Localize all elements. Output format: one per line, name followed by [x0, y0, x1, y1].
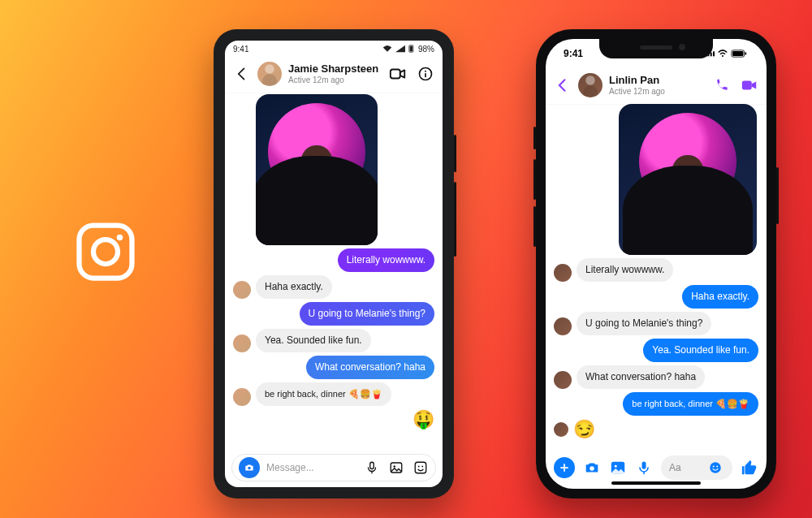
chat-body[interactable]: Literally wowwww. Haha exactly. U going …	[546, 104, 767, 448]
more-actions-button[interactable]	[554, 457, 575, 478]
like-button[interactable]	[741, 459, 758, 477]
contact-avatar[interactable]	[578, 73, 603, 97]
android-status-bar: 9:41 98%	[225, 41, 443, 57]
svg-rect-13	[415, 462, 426, 473]
info-button[interactable]	[417, 65, 434, 83]
contact-info[interactable]: Jamie Sharpsteen Active 12m ago	[288, 63, 382, 84]
iphone-frame: 9:41 Linlin Pan Active 12m ago	[536, 29, 776, 499]
sent-message[interactable]: Yea. Sounded like fun.	[643, 339, 758, 362]
status-time: 9:41	[564, 48, 583, 59]
svg-point-12	[394, 465, 395, 467]
svg-rect-11	[391, 463, 402, 473]
sender-avatar-icon	[554, 264, 572, 282]
composer-field[interactable]: Aa	[661, 455, 732, 480]
sent-photo-message[interactable]	[619, 104, 757, 255]
status-time: 9:41	[233, 45, 248, 54]
contact-avatar[interactable]	[257, 62, 282, 86]
mic-button[interactable]	[635, 459, 653, 477]
home-indicator[interactable]	[611, 481, 701, 485]
back-button[interactable]	[233, 65, 251, 83]
svg-rect-19	[713, 51, 715, 56]
gallery-button[interactable]	[388, 460, 404, 476]
gallery-button[interactable]	[609, 459, 627, 477]
contact-active-status: Active 12m ago	[288, 76, 382, 84]
cell-signal-icon	[395, 45, 405, 53]
svg-rect-5	[391, 70, 400, 79]
received-message[interactable]: Haha exactly.	[256, 275, 332, 299]
svg-rect-0	[80, 226, 132, 278]
svg-point-15	[421, 466, 423, 468]
emoji-button[interactable]	[706, 459, 724, 477]
svg-point-27	[615, 465, 617, 468]
android-power-button	[454, 135, 456, 172]
received-message[interactable]: Yea. Sounded like fun.	[256, 329, 371, 352]
iphone-screen: 9:41 Linlin Pan Active 12m ago	[546, 39, 767, 489]
back-button[interactable]	[554, 76, 572, 94]
battery-percent: 98%	[418, 45, 434, 54]
promo-stage: 9:41 98% Jamie Sharpsteen Active 12m ago	[0, 0, 812, 518]
svg-point-30	[713, 466, 715, 468]
android-screen: 9:41 98% Jamie Sharpsteen Active 12m ago	[225, 41, 443, 487]
composer-field[interactable]: Message...	[231, 454, 436, 481]
composer-placeholder: Message...	[266, 462, 357, 473]
svg-rect-22	[732, 51, 743, 56]
camera-button[interactable]	[583, 459, 601, 477]
iphone-notch	[599, 39, 713, 58]
received-message[interactable]: U going to Melanie's thing?	[577, 312, 711, 335]
android-phone-frame: 9:41 98% Jamie Sharpsteen Active 12m ago	[214, 29, 454, 499]
wifi-icon	[382, 45, 392, 53]
chat-header: Linlin Pan Active 12m ago	[546, 68, 767, 105]
message-composer: Message...	[225, 448, 443, 487]
svg-point-31	[716, 466, 718, 468]
chat-header: Jamie Sharpsteen Active 12m ago	[225, 57, 443, 93]
sent-message[interactable]: U going to Melanie's thing?	[300, 302, 434, 326]
svg-point-25	[590, 466, 594, 471]
sender-avatar-icon	[233, 281, 251, 299]
svg-point-1	[93, 240, 118, 264]
received-message[interactable]: be right back, dinner 🍕🍔🍟	[256, 382, 391, 406]
chat-body[interactable]: Literally wowwww. Haha exactly. U going …	[225, 94, 443, 448]
iphone-mute-switch	[533, 127, 536, 149]
svg-point-14	[418, 466, 420, 468]
svg-point-29	[710, 462, 721, 473]
battery-icon	[731, 50, 749, 58]
svg-rect-28	[642, 462, 646, 469]
svg-point-2	[117, 235, 123, 241]
instagram-logo-icon	[73, 219, 138, 284]
svg-rect-4	[410, 46, 412, 52]
sent-message[interactable]: What conversation? haha	[306, 356, 434, 379]
reactor-avatar-icon	[554, 422, 568, 437]
sender-avatar-icon	[233, 388, 251, 406]
iphone-side-button	[776, 167, 779, 224]
svg-point-20	[722, 55, 723, 57]
video-call-button[interactable]	[741, 76, 758, 94]
received-message[interactable]: Literally wowwww.	[577, 258, 673, 282]
iphone-volume-down	[533, 206, 536, 247]
contact-name: Linlin Pan	[609, 75, 706, 86]
contact-name: Jamie Sharpsteen	[288, 63, 382, 75]
sender-avatar-icon	[233, 335, 251, 352]
reaction-emoji[interactable]: 🤑	[412, 409, 434, 430]
reaction-emoji[interactable]: 😏	[573, 419, 595, 440]
iphone-volume-up	[533, 159, 536, 200]
sender-avatar-icon	[554, 317, 572, 335]
sticker-button[interactable]	[412, 460, 429, 476]
received-photo-message[interactable]	[256, 94, 378, 245]
sent-message[interactable]: be right back, dinner 🍕🍔🍟	[623, 392, 758, 416]
contact-info[interactable]: Linlin Pan Active 12m ago	[609, 75, 706, 95]
sender-avatar-icon	[554, 371, 572, 389]
camera-button[interactable]	[239, 457, 260, 478]
svg-rect-8	[425, 73, 426, 77]
video-call-button[interactable]	[389, 65, 407, 83]
audio-call-button[interactable]	[713, 76, 731, 94]
wifi-icon	[718, 50, 728, 58]
svg-point-7	[425, 71, 426, 72]
sent-message[interactable]: Haha exactly.	[682, 285, 758, 309]
battery-icon	[408, 45, 415, 53]
sent-message[interactable]: Literally wowwww.	[338, 248, 434, 272]
svg-rect-23	[745, 52, 747, 54]
received-message[interactable]: What conversation? haha	[577, 365, 705, 389]
android-volume-button	[454, 182, 456, 257]
mic-button[interactable]	[364, 460, 380, 476]
svg-rect-10	[370, 462, 374, 468]
